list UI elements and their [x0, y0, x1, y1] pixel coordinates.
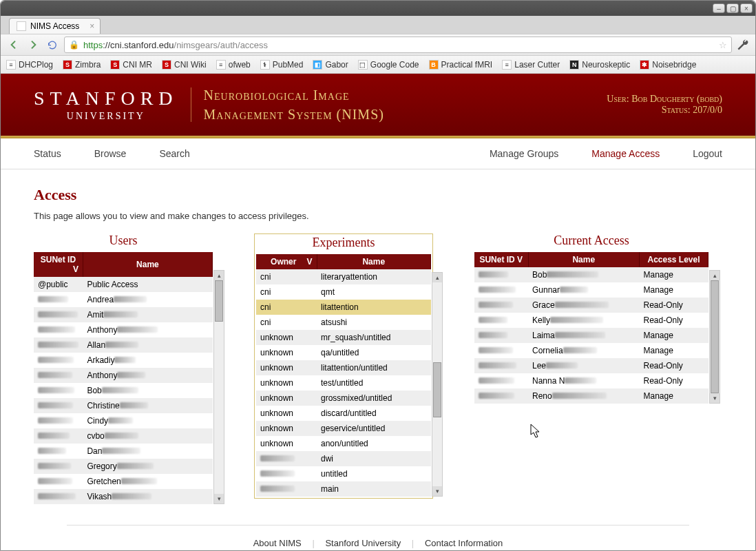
bookmark-dhcplog[interactable]: ≡DHCPlog [6, 60, 53, 70]
bookmark-practical-fmri[interactable]: BPractical fMRI [429, 60, 493, 70]
bookmark-neuroskeptic[interactable]: NNeuroskeptic [569, 60, 630, 70]
window-minimize-button[interactable]: – [713, 3, 725, 13]
table-row[interactable]: KellyRead-Only [474, 313, 708, 328]
nav-logout[interactable]: Logout [693, 148, 722, 159]
nav-status[interactable]: Status [34, 148, 61, 159]
table-row[interactable]: Anthony [34, 368, 213, 383]
window-maximize-button[interactable]: ▢ [726, 3, 739, 13]
table-row[interactable]: unknownanon/untitled [256, 436, 431, 451]
bookmark-zimbra[interactable]: SZimbra [63, 60, 101, 70]
scroll-thumb[interactable] [215, 280, 223, 322]
scroll-down-icon[interactable]: ▾ [710, 393, 720, 403]
table-row[interactable]: Gretchen [34, 474, 213, 489]
table-row[interactable]: Andrea [34, 292, 213, 307]
url-input[interactable]: 🔒 https://cni.stanford.edu/nimsgears/aut… [64, 37, 732, 53]
experiments-col-owner[interactable]: OwnerV [256, 254, 317, 269]
table-row[interactable]: Dan [34, 444, 213, 459]
users-col-name[interactable]: Name [83, 252, 212, 277]
bookmark-google-code[interactable]: ⬚Google Code [358, 60, 419, 70]
table-row[interactable]: unknownlitattention/untitled [256, 360, 431, 375]
table-row[interactable]: GunnarManage [474, 282, 708, 298]
experiments-col-name[interactable]: Name [317, 254, 431, 269]
table-row[interactable]: unknowntest/untitled [256, 375, 431, 391]
table-row[interactable]: cvbo [34, 428, 213, 444]
settings-wrench-icon[interactable] [736, 38, 750, 52]
cell-name: main [317, 481, 431, 497]
nav-manage-groups[interactable]: Manage Groups [490, 148, 558, 159]
window-close-button[interactable]: × [740, 3, 753, 13]
table-row[interactable]: Anthony [34, 322, 213, 337]
bookmark-noisebridge[interactable]: ✱Noisebridge [640, 60, 696, 70]
scroll-up-icon[interactable]: ▴ [214, 271, 224, 280]
table-row[interactable]: Allan [34, 337, 213, 353]
table-row[interactable]: Vikash [34, 489, 213, 504]
footer-about[interactable]: About NIMS [253, 538, 302, 548]
table-row[interactable]: BobManage [474, 267, 708, 282]
bookmark-label: Google Code [370, 60, 419, 70]
table-row[interactable]: unknownmr_squash/untitled [256, 330, 431, 345]
table-row[interactable]: untitled [256, 466, 431, 481]
table-row[interactable]: unknownqa/untitled [256, 345, 431, 360]
access-scrollbar[interactable]: ▴ ▾ [709, 270, 720, 404]
bookmark-laser-cutter[interactable]: ≡Laser Cutter [502, 60, 560, 70]
scroll-down-icon[interactable]: ▾ [432, 486, 442, 496]
bookmark-pubmed[interactable]: ⚕PubMed [260, 60, 304, 70]
table-row[interactable]: dwi [256, 451, 431, 466]
nav-manage-access[interactable]: Manage Access [591, 148, 660, 159]
table-row[interactable]: cniatsushi [256, 315, 431, 330]
access-col-sunetid[interactable]: SUNet ID V [474, 252, 528, 267]
table-row[interactable]: Gregory [34, 459, 213, 474]
bookmark-cni-wiki[interactable]: SCNI Wiki [162, 60, 207, 70]
cell-owner: cni [256, 284, 317, 300]
users-col-sunetid[interactable]: SUNet IDV [34, 252, 83, 277]
table-row[interactable]: @publicPublic Access [34, 277, 213, 292]
tab-close-icon[interactable]: × [90, 21, 94, 31]
bookmark-star-icon[interactable]: ☆ [719, 40, 727, 50]
access-col-level[interactable]: Access Level [640, 252, 708, 267]
table-row[interactable]: LeeRead-Only [474, 358, 708, 373]
scroll-thumb[interactable] [711, 280, 719, 393]
users-scrollbar[interactable]: ▴ ▾ [213, 270, 224, 504]
forward-button[interactable] [25, 37, 41, 52]
table-row[interactable]: cniliteraryattention [256, 269, 431, 284]
scroll-up-icon[interactable]: ▴ [432, 273, 442, 282]
footer-contact[interactable]: Contact Information [425, 538, 503, 548]
table-row[interactable]: GraceRead-Only [474, 298, 708, 313]
table-row[interactable]: Amit [34, 307, 213, 322]
cell-name: Lee [528, 358, 640, 373]
bookmark-cni-mr[interactable]: SCNI MR [110, 60, 152, 70]
back-button[interactable] [6, 37, 21, 52]
access-col-name[interactable]: Name [528, 252, 640, 267]
nav-browse[interactable]: Browse [94, 148, 127, 159]
bookmark-gabor[interactable]: ◧Gabor [313, 60, 348, 70]
cell-name: Laima [528, 328, 640, 343]
table-row[interactable]: RenoManage [474, 388, 708, 404]
cell-access-level: Read-Only [640, 373, 708, 388]
nav-search[interactable]: Search [159, 148, 189, 159]
table-row[interactable]: cniqmt [256, 284, 431, 300]
cell-name: Christine [83, 398, 212, 413]
table-row[interactable]: unknowngeservice/untitled [256, 421, 431, 436]
experiments-scrollbar[interactable]: ▴ ▾ [432, 272, 443, 497]
table-row[interactable]: CorneliaManage [474, 343, 708, 358]
cell-owner: unknown [256, 436, 317, 451]
table-row[interactable]: main [256, 481, 431, 497]
table-row[interactable]: Christine [34, 398, 213, 413]
table-row[interactable]: Bob [34, 383, 213, 398]
table-row[interactable]: cnilitattention [256, 300, 431, 315]
table-row[interactable]: unknowndiscard/untitled [256, 406, 431, 421]
browser-tab[interactable]: NIMS Access × [9, 18, 101, 34]
cell-name: Vikash [83, 489, 212, 504]
table-row[interactable]: Arkadiy [34, 353, 213, 368]
bookmark-ofweb[interactable]: ≡ofweb [216, 60, 251, 70]
scroll-thumb[interactable] [433, 362, 441, 417]
table-row[interactable]: unknowngrossmixed/untitled [256, 391, 431, 406]
footer-stanford[interactable]: Stanford University [325, 538, 401, 548]
reload-button[interactable] [45, 37, 60, 52]
scroll-up-icon[interactable]: ▴ [710, 271, 720, 280]
cell-access-level: Read-Only [640, 313, 708, 328]
scroll-down-icon[interactable]: ▾ [214, 494, 224, 503]
table-row[interactable]: Nanna NRead-Only [474, 373, 708, 388]
table-row[interactable]: Cindy [34, 413, 213, 428]
table-row[interactable]: LaimaManage [474, 328, 708, 343]
